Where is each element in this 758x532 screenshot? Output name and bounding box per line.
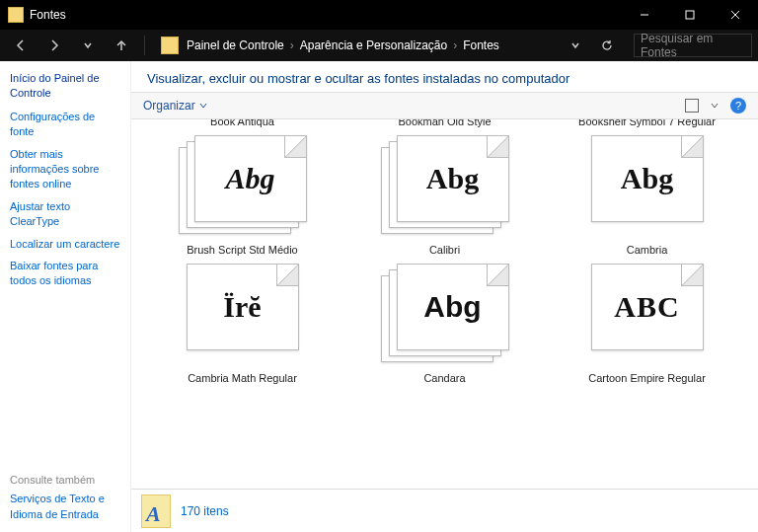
breadcrumb[interactable]: Painel de Controle › Aparência e Persona… [187, 38, 499, 52]
font-item[interactable]: CalibriAbg [343, 238, 546, 366]
font-item[interactable]: Candara [343, 366, 546, 396]
font-preview: Abg [381, 135, 509, 234]
up-button[interactable] [107, 33, 136, 58]
organize-menu[interactable]: Organizar [143, 99, 207, 113]
font-grid: Book AntiquaAbgBookman Old StyleAbgBooks… [131, 119, 758, 396]
font-name-label: Bookshelf Symbol 7 Regular [578, 119, 716, 129]
font-item[interactable]: Brush Script Std MédioÏrĕ [141, 238, 343, 366]
breadcrumb-item[interactable]: Fontes [463, 38, 499, 52]
font-preview: Abg [381, 264, 509, 362]
close-button[interactable] [713, 0, 758, 30]
svg-rect-1 [686, 11, 694, 19]
font-name-label: Book Antiqua [210, 119, 274, 129]
font-preview: Ïrĕ [179, 264, 307, 362]
back-button[interactable] [6, 33, 36, 58]
location-icon [161, 37, 179, 54]
font-name-label: Brush Script Std Médio [187, 244, 298, 258]
window-title: Fontes [30, 8, 66, 22]
minimize-button[interactable] [622, 0, 667, 30]
search-placeholder: Pesquisar em Fontes [641, 32, 745, 59]
status-bar: A 170 itens [131, 489, 758, 532]
app-icon [8, 7, 24, 23]
preview-pane-toggle[interactable] [685, 99, 699, 113]
font-name-label: Calibri [429, 244, 460, 258]
help-button[interactable]: ? [730, 98, 746, 114]
forward-button[interactable] [39, 33, 69, 58]
font-preview: Abg [583, 135, 712, 234]
nav-bar: Painel de Controle › Aparência e Persona… [0, 30, 758, 61]
main-pane: Visualizar, excluir ou mostrar e ocultar… [130, 61, 758, 532]
sidebar-link-find-char[interactable]: Localizar um caractere [10, 237, 120, 252]
title-bar: Fontes [0, 0, 758, 30]
font-sample-glyph: Ïrĕ [223, 290, 261, 324]
recent-dropdown[interactable] [73, 33, 103, 58]
font-item[interactable]: Cartoon Empire Regular [546, 366, 748, 396]
sidebar-link-download-all[interactable]: Baixar fontes para todos os idiomas [10, 259, 120, 289]
chevron-down-icon[interactable] [711, 102, 719, 110]
font-name-label: Bookman Old Style [398, 119, 491, 129]
sidebar-link-online-fonts[interactable]: Obter mais informações sobre fontes onli… [10, 147, 120, 192]
fonts-folder-icon: A [141, 494, 171, 528]
sidebar-link-cleartype[interactable]: Ajustar texto ClearType [10, 199, 120, 230]
page-heading: Visualizar, excluir ou mostrar e ocultar… [131, 61, 758, 92]
see-also-header: Consulte também [10, 473, 120, 488]
breadcrumb-item[interactable]: Painel de Controle [187, 38, 284, 52]
font-sample-glyph: Abg [225, 162, 274, 195]
refresh-button[interactable] [592, 33, 622, 58]
search-input[interactable]: Pesquisar em Fontes [634, 34, 752, 57]
font-name-label: Candara [423, 372, 465, 386]
address-dropdown[interactable] [561, 33, 590, 58]
chevron-right-icon: › [451, 38, 459, 52]
font-name-label: Cambria [627, 244, 668, 258]
font-preview: Abg [179, 135, 307, 234]
control-panel-home-link[interactable]: Início do Painel de Controle [10, 71, 120, 102]
see-also-link[interactable]: Serviços de Texto e Idioma de Entrada [10, 492, 120, 522]
font-item[interactable]: Bookman Old StyleAbg [343, 119, 546, 238]
breadcrumb-item[interactable]: Aparência e Personalização [300, 38, 447, 52]
font-item[interactable]: CambriaABC [546, 238, 748, 366]
item-count: 170 itens [181, 504, 229, 518]
font-sample-glyph: Abg [621, 162, 673, 195]
maximize-button[interactable] [667, 0, 713, 30]
font-name-label: Cartoon Empire Regular [588, 372, 706, 386]
chevron-down-icon [199, 102, 207, 110]
font-sample-glyph: ABC [614, 290, 679, 324]
sidebar: Início do Painel de Controle Configuraçõ… [0, 61, 130, 532]
font-item[interactable]: Book AntiquaAbg [141, 119, 343, 238]
font-item[interactable]: Bookshelf Symbol 7 RegularAbg [546, 119, 748, 238]
font-sample-glyph: Abg [426, 162, 479, 195]
font-name-label: Cambria Math Regular [188, 372, 297, 386]
chevron-right-icon: › [288, 38, 296, 52]
sidebar-link-font-settings[interactable]: Configurações de fonte [10, 110, 120, 140]
font-preview: ABC [583, 264, 712, 362]
font-item[interactable]: Cambria Math Regular [141, 366, 343, 396]
divider [144, 36, 145, 55]
toolbar: Organizar ? [131, 92, 758, 119]
font-sample-glyph: Abg [423, 290, 481, 324]
